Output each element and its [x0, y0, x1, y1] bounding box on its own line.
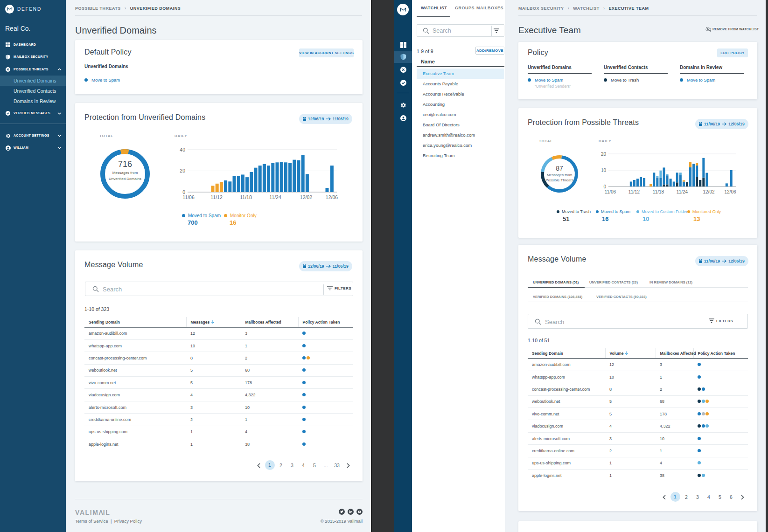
svg-text:0: 0 [182, 189, 185, 195]
svg-text:11/06: 11/06 [182, 194, 195, 200]
svg-text:11/18: 11/18 [653, 189, 664, 194]
svg-text:12/06: 12/06 [326, 194, 338, 200]
svg-text:0: 0 [603, 184, 606, 189]
svg-text:12/02: 12/02 [703, 189, 714, 194]
svg-text:20: 20 [180, 168, 185, 173]
svg-text:11/12: 11/12 [210, 194, 223, 200]
svg-text:11/12: 11/12 [628, 189, 640, 194]
svg-text:11/18: 11/18 [240, 194, 252, 200]
svg-text:12/02: 12/02 [300, 194, 312, 200]
svg-text:10: 10 [601, 168, 607, 173]
svg-text:12/06: 12/06 [724, 189, 736, 194]
svg-text:11/24: 11/24 [269, 194, 281, 200]
svg-text:11/24: 11/24 [677, 189, 688, 194]
svg-text:20: 20 [601, 152, 607, 157]
svg-text:40: 40 [180, 147, 185, 152]
svg-text:11/06: 11/06 [605, 189, 616, 194]
